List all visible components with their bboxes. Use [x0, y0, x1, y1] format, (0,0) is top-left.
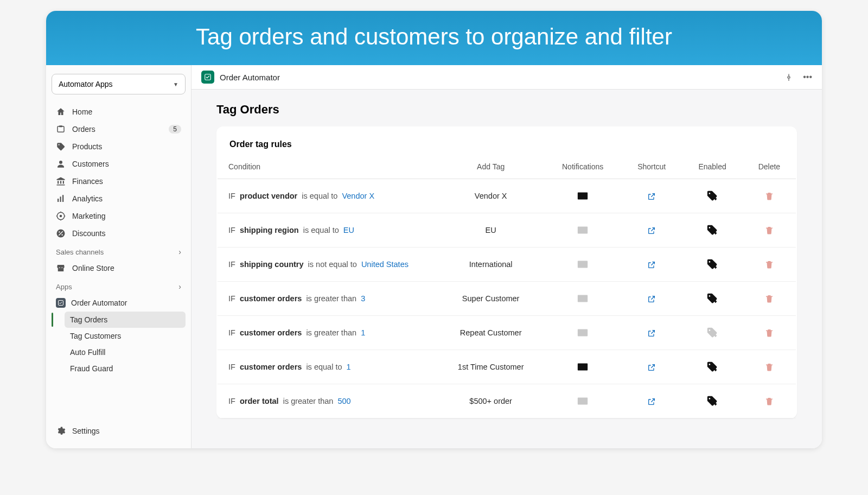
- cell-shortcut[interactable]: [621, 179, 682, 213]
- badge: 5: [169, 125, 181, 134]
- sidebar-item-customers[interactable]: Customers: [52, 155, 186, 173]
- cell-delete[interactable]: [743, 179, 796, 213]
- cell-enabled[interactable]: [682, 316, 742, 350]
- cell-delete[interactable]: [743, 282, 796, 316]
- target-icon: [56, 211, 66, 221]
- app-body: Automator Apps ▼ HomeOrders5ProductsCust…: [46, 65, 822, 448]
- app-selector-dropdown[interactable]: Automator Apps ▼: [52, 74, 186, 94]
- condition-value-link[interactable]: Vendor X: [342, 192, 374, 200]
- sidebar-item-products[interactable]: Products: [52, 138, 186, 155]
- table-row: IF product vendor is equal to Vendor X V…: [218, 179, 796, 213]
- person-icon: [56, 159, 66, 169]
- condition-value-link[interactable]: 500: [337, 397, 350, 405]
- sub-item-tag-orders[interactable]: Tag Orders: [65, 312, 186, 328]
- condition-value-link[interactable]: 1: [361, 328, 365, 337]
- pricetag-icon: [706, 259, 718, 268]
- sidebar-item-finances[interactable]: Finances: [52, 173, 186, 190]
- cell-delete[interactable]: [743, 213, 796, 248]
- settings-nav[interactable]: Settings: [52, 422, 186, 440]
- cell-condition: IF customer orders is greater than 3: [218, 282, 437, 316]
- pricetag-icon: [706, 362, 718, 371]
- sidebar-item-orders[interactable]: Orders5: [52, 120, 186, 138]
- mail-icon: [577, 328, 589, 337]
- sidebar-item-home[interactable]: Home: [52, 103, 186, 120]
- cell-condition: IF shipping country is not equal to Unit…: [218, 248, 437, 282]
- cell-enabled[interactable]: [682, 384, 742, 418]
- external-link-icon: [647, 396, 656, 405]
- more-icon[interactable]: •••: [803, 72, 812, 82]
- cell-delete[interactable]: [743, 350, 796, 384]
- external-link-icon: [647, 225, 656, 234]
- topbar-title: Order Automator: [220, 73, 280, 82]
- condition-value-link[interactable]: EU: [343, 226, 354, 234]
- cell-notifications[interactable]: [544, 316, 621, 350]
- sidebar: Automator Apps ▼ HomeOrders5ProductsCust…: [46, 65, 192, 448]
- condition-value-link[interactable]: 3: [361, 294, 365, 303]
- cell-tag: Super Customer: [437, 282, 544, 316]
- col-notifications: Notifications: [544, 153, 621, 179]
- cell-tag: Vendor X: [437, 179, 544, 213]
- app-icon: [201, 71, 214, 84]
- tag-icon: [56, 142, 66, 151]
- cell-enabled[interactable]: [682, 282, 742, 316]
- trash-icon: [764, 396, 774, 405]
- cell-notifications[interactable]: [544, 179, 621, 213]
- cell-condition: IF shipping region is equal to EU: [218, 213, 437, 248]
- cell-notifications[interactable]: [544, 384, 621, 418]
- mail-icon: [577, 362, 589, 371]
- sidebar-item-marketing[interactable]: Marketing: [52, 207, 186, 225]
- app-icon: [56, 298, 66, 308]
- cell-delete[interactable]: [743, 248, 796, 282]
- cell-condition: IF customer orders is greater than 1: [218, 316, 437, 350]
- cell-enabled[interactable]: [682, 248, 742, 282]
- mail-icon: [577, 396, 589, 405]
- external-link-icon: [647, 328, 656, 337]
- external-link-icon: [647, 191, 656, 200]
- cell-shortcut[interactable]: [621, 384, 682, 418]
- cell-notifications[interactable]: [544, 350, 621, 384]
- cell-shortcut[interactable]: [621, 316, 682, 350]
- cell-enabled[interactable]: [682, 179, 742, 213]
- condition-value-link[interactable]: 1: [347, 363, 351, 371]
- cell-notifications[interactable]: [544, 282, 621, 316]
- cell-tag: $500+ order: [437, 384, 544, 418]
- gear-icon: [56, 426, 66, 436]
- table-row: IF order total is greater than 500 $500+…: [218, 384, 796, 418]
- topbar: Order Automator •••: [192, 65, 822, 90]
- cell-shortcut[interactable]: [621, 213, 682, 248]
- mail-icon: [577, 225, 589, 234]
- cell-enabled[interactable]: [682, 213, 742, 248]
- apps-heading[interactable]: Apps ›: [52, 277, 186, 294]
- table-row: IF shipping region is equal to EU EU: [218, 213, 796, 248]
- sidebar-app-order-automator[interactable]: Order Automator: [52, 294, 186, 312]
- page-title: Tag Orders: [216, 103, 797, 117]
- cell-enabled[interactable]: [682, 350, 742, 384]
- pin-icon[interactable]: [784, 72, 793, 82]
- sub-item-tag-customers[interactable]: Tag Customers: [65, 328, 186, 344]
- trash-icon: [764, 362, 774, 371]
- sidebar-item-analytics[interactable]: Analytics: [52, 190, 186, 207]
- chevron-right-icon: ›: [178, 248, 181, 256]
- table-row: IF shipping country is not equal to Unit…: [218, 248, 796, 282]
- mail-icon: [577, 191, 589, 200]
- sidebar-item-discounts[interactable]: Discounts: [52, 225, 186, 242]
- cell-shortcut[interactable]: [621, 350, 682, 384]
- cell-tag: Repeat Customer: [437, 316, 544, 350]
- sub-item-auto-fulfill[interactable]: Auto Fulfill: [65, 344, 186, 360]
- bars-icon: [56, 194, 66, 204]
- cell-delete[interactable]: [743, 384, 796, 418]
- cell-shortcut[interactable]: [621, 248, 682, 282]
- sidebar-item-online-store[interactable]: Online Store: [52, 259, 186, 277]
- pricetag-icon: [706, 294, 718, 302]
- cell-shortcut[interactable]: [621, 282, 682, 316]
- cell-tag: 1st Time Customer: [437, 350, 544, 384]
- cell-notifications[interactable]: [544, 248, 621, 282]
- trash-icon: [764, 259, 774, 268]
- sub-item-fraud-guard[interactable]: Fraud Guard: [65, 360, 186, 377]
- cell-delete[interactable]: [743, 316, 796, 350]
- condition-value-link[interactable]: United States: [361, 260, 409, 269]
- sales-channels-heading[interactable]: Sales channels ›: [52, 242, 186, 259]
- store-icon: [56, 263, 66, 273]
- bank-icon: [56, 176, 66, 186]
- cell-notifications[interactable]: [544, 213, 621, 248]
